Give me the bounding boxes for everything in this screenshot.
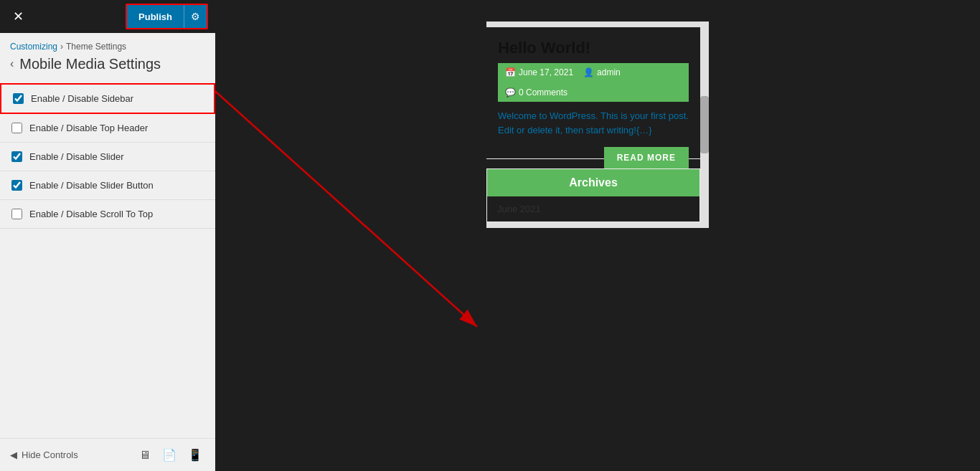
calendar-icon: 📅 (505, 67, 516, 77)
options-list: Enable / Disable Sidebar Enable / Disabl… (0, 83, 215, 438)
scroll-thumb[interactable] (700, 96, 709, 153)
checkbox-top-header[interactable] (11, 123, 22, 133)
frame-top (486, 22, 709, 27)
archives-widget: Archives June 2021 (486, 168, 700, 222)
label-sidebar[interactable]: Enable / Disable Sidebar (31, 93, 133, 104)
close-button[interactable]: ✕ (7, 6, 29, 27)
post-card: Hello World! 📅 June 17, 2021 👤 admin 💬 (486, 27, 700, 159)
preview-frame: Hello World! 📅 June 17, 2021 👤 admin 💬 (486, 27, 709, 222)
page-title: Mobile Media Settings (19, 56, 161, 72)
bottom-bar: ◀ Hide Controls 🖥 📄 📱 (0, 438, 215, 471)
breadcrumb: Customizing › Theme Settings (10, 42, 205, 52)
top-bar: ✕ Publish ⚙ (0, 0, 215, 33)
breadcrumb-separator: › (60, 42, 63, 52)
hide-controls-label: Hide Controls (22, 449, 78, 460)
option-scroll-top[interactable]: Enable / Disable Scroll To Top (0, 200, 215, 229)
post-excerpt: Welcome to WordPress. This is your first… (498, 109, 689, 137)
frame-bottom (486, 222, 709, 228)
widget-title: Archives (487, 169, 699, 196)
device-icons: 🖥 📄 📱 (136, 445, 205, 465)
option-slider[interactable]: Enable / Disable Slider (0, 143, 215, 171)
back-button[interactable]: ‹ (6, 54, 18, 73)
user-icon: 👤 (583, 67, 594, 77)
widget-content: June 2021 (487, 196, 699, 222)
breadcrumb-customizing[interactable]: Customizing (10, 42, 57, 52)
customizer-panel: ✕ Publish ⚙ Customizing › Theme Settings… (0, 0, 215, 471)
checkbox-slider-button[interactable] (11, 180, 22, 191)
gear-button[interactable]: ⚙ (184, 5, 207, 28)
option-slider-button[interactable]: Enable / Disable Slider Button (0, 171, 215, 200)
desktop-icon[interactable]: 🖥 (136, 445, 154, 465)
label-scroll-top[interactable]: Enable / Disable Scroll To Top (29, 209, 153, 219)
post-date: 📅 June 17, 2021 (505, 67, 573, 77)
section-header: ‹ Mobile Media Settings (0, 52, 215, 83)
label-slider[interactable]: Enable / Disable Slider (29, 151, 124, 162)
preview-content: Hello World! 📅 June 17, 2021 👤 admin 💬 (486, 27, 700, 222)
breadcrumb-area: Customizing › Theme Settings (0, 33, 215, 52)
label-slider-button[interactable]: Enable / Disable Slider Button (29, 180, 154, 191)
breadcrumb-theme-settings: Theme Settings (66, 42, 126, 52)
checkbox-slider[interactable] (11, 151, 22, 162)
publish-area: Publish ⚙ (126, 4, 208, 29)
hide-controls-button[interactable]: ◀ Hide Controls (10, 449, 78, 460)
hide-controls-icon: ◀ (10, 449, 17, 460)
post-meta: 📅 June 17, 2021 👤 admin 💬 0 Comments (498, 63, 689, 102)
post-comments: 💬 0 Comments (505, 87, 567, 97)
preview-container: Hello World! 📅 June 17, 2021 👤 admin 💬 (486, 22, 709, 228)
publish-button[interactable]: Publish (127, 5, 184, 28)
post-title: Hello World! (498, 39, 689, 57)
checkbox-sidebar[interactable] (13, 93, 24, 104)
read-more-button[interactable]: READ MORE (604, 147, 689, 168)
option-top-header[interactable]: Enable / Disable Top Header (0, 114, 215, 143)
svg-line-1 (215, 91, 477, 327)
label-top-header[interactable]: Enable / Disable Top Header (29, 123, 148, 133)
tablet-icon[interactable]: 📄 (159, 445, 179, 465)
checkbox-scroll-top[interactable] (11, 209, 22, 219)
option-sidebar[interactable]: Enable / Disable Sidebar (0, 83, 215, 114)
comment-icon: 💬 (505, 87, 516, 97)
scrollbar[interactable] (700, 27, 709, 222)
mobile-icon[interactable]: 📱 (185, 445, 205, 465)
main-area: Hello World! 📅 June 17, 2021 👤 admin 💬 (215, 0, 980, 471)
post-author: 👤 admin (583, 67, 621, 77)
